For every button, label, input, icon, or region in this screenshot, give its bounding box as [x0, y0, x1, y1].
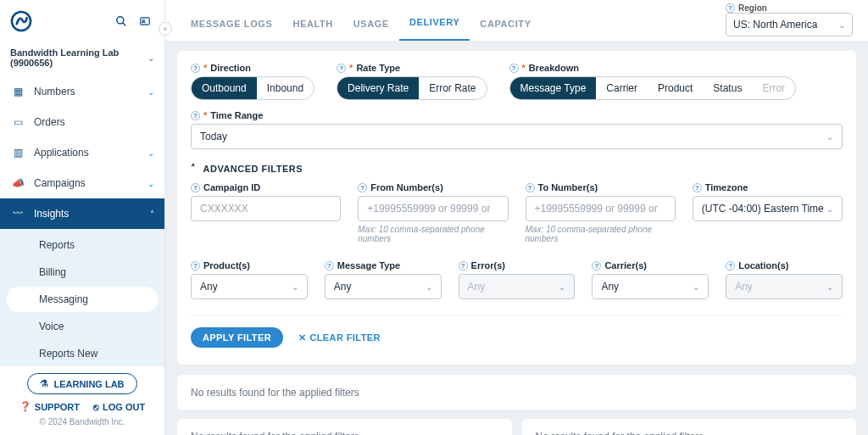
from-numbers-hint: Max: 10 comma-separated phone numbers [358, 225, 508, 243]
advanced-filters: ˄ ADVANCED FILTERS ?Campaign ID CXXXXXX … [191, 163, 843, 299]
tab-capacity[interactable]: CAPACITY [470, 7, 541, 41]
products-select[interactable]: Any⌄ [191, 274, 308, 299]
info-icon[interactable]: ? [526, 183, 535, 192]
sidebar-sub-messaging[interactable]: Messaging [7, 287, 158, 312]
info-icon[interactable]: ? [325, 261, 334, 270]
info-icon[interactable]: ? [693, 183, 702, 192]
region-label: Region [738, 3, 767, 13]
region-value: US: North America [733, 19, 817, 31]
errors-select: Any⌄ [459, 274, 576, 299]
tab-message-logs[interactable]: MESSAGE LOGS [181, 7, 282, 41]
timezone-select[interactable]: (UTC -04:00) Eastern Time⌄ [693, 196, 843, 221]
info-icon[interactable]: ? [726, 3, 735, 13]
beaker-icon: ⚗ [40, 378, 48, 389]
info-icon[interactable]: ? [358, 183, 367, 192]
sidebar-sub-reports[interactable]: Reports [7, 232, 158, 258]
tab-health[interactable]: HEALTH [282, 7, 342, 41]
info-icon[interactable]: ? [592, 261, 601, 270]
info-icon[interactable]: ? [726, 261, 735, 270]
direction-outbound[interactable]: Outbound [192, 77, 257, 99]
info-icon[interactable]: ? [191, 111, 200, 120]
svg-rect-3 [141, 18, 150, 25]
tab-delivery[interactable]: DELIVERY [399, 5, 470, 41]
svg-point-0 [12, 12, 31, 31]
learning-lab-button[interactable]: ⚗ LEARNING LAB [27, 373, 136, 394]
rate-delivery[interactable]: Delivery Rate [337, 77, 419, 99]
contact-card-icon[interactable] [136, 12, 154, 31]
info-icon[interactable]: ? [191, 183, 200, 192]
account-name: Bandwidth Learning Lab (9900656) [10, 47, 147, 68]
sidebar: Bandwidth Learning Lab (9900656) ⌄ ▦ Num… [0, 0, 165, 435]
chevron-down-icon: ⌄ [826, 132, 833, 142]
result-card-main: No results found for the applied filters [177, 375, 856, 410]
chevron-down-icon: ⌄ [147, 148, 154, 158]
svg-point-4 [142, 20, 144, 21]
campaign-id-input[interactable]: CXXXXXX [191, 196, 341, 221]
logout-link[interactable]: ⎋LOG OUT [93, 401, 145, 412]
to-numbers-hint: Max: 10 comma-separated phone numbers [526, 225, 676, 243]
info-icon[interactable]: ? [509, 64, 519, 73]
breakdown-product[interactable]: Product [648, 77, 703, 99]
filters-panel: ?*Direction Outbound Inbound ?*Rate Type… [177, 51, 856, 365]
sidebar-item-orders[interactable]: ▭ Orders [0, 107, 164, 137]
campaign-id-field: ?Campaign ID CXXXXXX [191, 182, 341, 243]
from-numbers-input[interactable]: +19995559999 or 99999 or [358, 196, 508, 221]
sidebar-item-campaigns[interactable]: 📣 Campaigns ⌄ [0, 168, 164, 198]
tabs-bar: MESSAGE LOGS HEALTH USAGE DELIVERY CAPAC… [165, 0, 868, 41]
info-icon[interactable]: ? [191, 261, 200, 270]
result-card-left: No results found for the applied filters [177, 419, 512, 435]
time-range-select[interactable]: Today ⌄ [191, 124, 843, 149]
info-icon[interactable]: ? [191, 64, 200, 73]
breakdown-status[interactable]: Status [703, 77, 752, 99]
sidebar-sub-reports-new[interactable]: Reports New [7, 341, 158, 366]
learning-lab-label: LEARNING LAB [53, 379, 124, 389]
breakdown-group: ?*Breakdown Message Type Carrier Product… [509, 63, 797, 100]
sidebar-item-numbers[interactable]: ▦ Numbers ⌄ [0, 76, 164, 107]
close-icon: ✕ [298, 332, 306, 343]
message-type-field: ?Message Type Any⌄ [325, 260, 442, 299]
info-icon[interactable]: ? [337, 64, 346, 73]
breakdown-toggle: Message Type Carrier Product Status Erro… [509, 76, 797, 100]
sidebar-label: Campaigns [34, 177, 86, 189]
to-numbers-field: ?To Number(s) +19995559999 or 99999 or M… [526, 182, 676, 243]
chevron-up-icon: ˄ [191, 163, 197, 174]
to-numbers-input[interactable]: +19995559999 or 99999 or [526, 196, 676, 221]
sidebar-footer: ⚗ LEARNING LAB ❓SUPPORT ⎋LOG OUT © 2024 … [0, 366, 164, 435]
chevron-down-icon: ⌄ [147, 87, 154, 97]
timezone-field: ?Timezone (UTC -04:00) Eastern Time⌄ [693, 182, 843, 243]
info-icon[interactable]: ? [459, 261, 468, 270]
region-dropdown[interactable]: US: North America ⌄ [726, 13, 853, 36]
svg-point-1 [117, 17, 124, 24]
carriers-select[interactable]: Any⌄ [592, 274, 709, 299]
apply-filter-button[interactable]: APPLY FILTER [191, 327, 283, 348]
sidebar-item-insights[interactable]: 〰 Insights ˄ [0, 198, 164, 229]
apps-icon: ▥ [10, 147, 25, 159]
account-selector[interactable]: Bandwidth Learning Lab (9900656) ⌄ [0, 42, 164, 76]
chevron-down-icon: ⌄ [693, 282, 699, 292]
rate-error[interactable]: Error Rate [419, 77, 486, 99]
direction-inbound[interactable]: Inbound [257, 77, 314, 99]
search-icon[interactable] [112, 12, 131, 31]
breakdown-message-type[interactable]: Message Type [510, 77, 597, 99]
sidebar-sub-voice[interactable]: Voice [7, 314, 158, 339]
message-type-select[interactable]: Any⌄ [325, 274, 442, 299]
logout-icon: ⎋ [93, 402, 99, 412]
clear-filter-button[interactable]: ✕CLEAR FILTER [298, 332, 381, 343]
copyright-text: © 2024 Bandwidth Inc. [0, 417, 164, 427]
svg-line-2 [123, 23, 126, 26]
sidebar-label: Orders [34, 116, 65, 128]
direction-toggle: Outbound Inbound [191, 76, 314, 100]
sidebar-collapse-toggle[interactable]: ‹ [159, 22, 172, 36]
sidebar-item-applications[interactable]: ▥ Applications ⌄ [0, 137, 164, 168]
chevron-down-icon: ⌄ [838, 20, 845, 30]
orders-icon: ▭ [10, 116, 25, 128]
help-icon: ❓ [19, 401, 31, 412]
breakdown-carrier[interactable]: Carrier [596, 77, 648, 99]
chevron-down-icon: ⌄ [147, 53, 154, 63]
support-link[interactable]: ❓SUPPORT [19, 401, 80, 412]
tab-usage[interactable]: USAGE [343, 7, 399, 41]
advanced-toggle[interactable]: ˄ ADVANCED FILTERS [191, 163, 843, 174]
chevron-down-icon: ⌄ [426, 282, 432, 292]
sidebar-sub-billing[interactable]: Billing [7, 259, 158, 285]
sidebar-menu: ▦ Numbers ⌄ ▭ Orders ▥ Applications ⌄ 📣 … [0, 76, 164, 366]
